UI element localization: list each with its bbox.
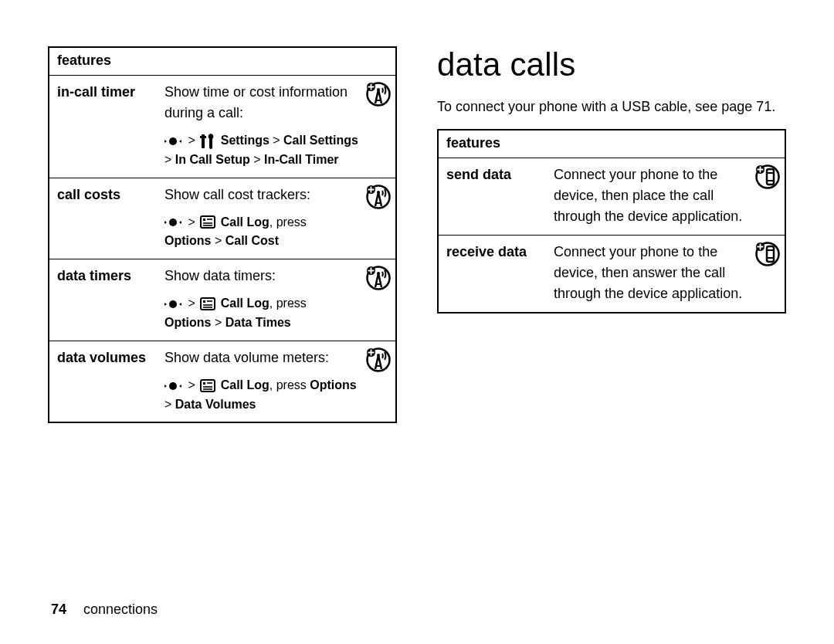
navkey-icon bbox=[164, 378, 181, 395]
antenna-plus-icon bbox=[366, 82, 391, 107]
feature-name: send data bbox=[438, 158, 546, 236]
table-row: receive data Connect your phone to the d… bbox=[438, 236, 785, 314]
antenna-plus-icon bbox=[366, 266, 391, 290]
page-footer: 74connections bbox=[51, 602, 158, 618]
feature-desc: Show time or cost information during a c… bbox=[164, 82, 358, 124]
section-name: connections bbox=[83, 602, 158, 617]
feature-name: in-call timer bbox=[49, 76, 157, 178]
right-features-table: features send data Connect your phone to… bbox=[437, 129, 786, 314]
intro-text: To connect your phone with a USB cable, … bbox=[437, 97, 786, 117]
table-row: send data Connect your phone to the devi… bbox=[438, 158, 785, 236]
menu-path: > Call Log, press Options > Data Volumes bbox=[164, 376, 358, 415]
call-log-icon bbox=[200, 378, 215, 394]
feature-name: data volumes bbox=[49, 341, 157, 422]
data-plus-icon bbox=[755, 164, 780, 189]
antenna-plus-icon bbox=[366, 185, 391, 209]
data-plus-icon bbox=[755, 242, 780, 266]
table-row: in-call timer Show time or cost informat… bbox=[49, 76, 396, 178]
tools-icon bbox=[200, 134, 215, 149]
left-features-table: features in-call timer Show time or cost… bbox=[48, 46, 397, 423]
menu-path: > Call Log, press Options > Call Cost bbox=[164, 213, 358, 252]
left-table-header: features bbox=[49, 47, 396, 76]
feature-desc: Show data timers: bbox=[164, 266, 358, 286]
call-log-icon bbox=[200, 297, 215, 312]
table-row: data volumes Show data volume meters: > … bbox=[49, 341, 396, 422]
table-row: call costs Show call cost trackers: > Ca… bbox=[49, 178, 396, 259]
navkey-icon bbox=[164, 296, 181, 313]
feature-desc: Show call cost trackers: bbox=[164, 185, 358, 205]
antenna-plus-icon bbox=[366, 347, 391, 372]
feature-name: data timers bbox=[49, 259, 157, 341]
right-table-header: features bbox=[438, 130, 785, 158]
feature-name: call costs bbox=[49, 178, 157, 259]
navkey-icon bbox=[164, 133, 181, 150]
menu-path: > Call Log, press Options > Data Times bbox=[164, 294, 358, 333]
call-log-icon bbox=[200, 215, 215, 230]
navkey-icon bbox=[164, 214, 181, 231]
page-heading: data calls bbox=[437, 46, 786, 83]
feature-desc: Connect your phone to the device, then a… bbox=[554, 242, 748, 304]
feature-desc: Connect your phone to the device, then p… bbox=[554, 164, 748, 227]
feature-desc: Show data volume meters: bbox=[164, 347, 358, 368]
menu-path: > Settings > Call Settings > In Call Set… bbox=[164, 131, 358, 170]
table-row: data timers Show data timers: > Call Log… bbox=[49, 259, 396, 341]
page-number: 74 bbox=[51, 602, 66, 617]
feature-name: receive data bbox=[438, 236, 546, 314]
